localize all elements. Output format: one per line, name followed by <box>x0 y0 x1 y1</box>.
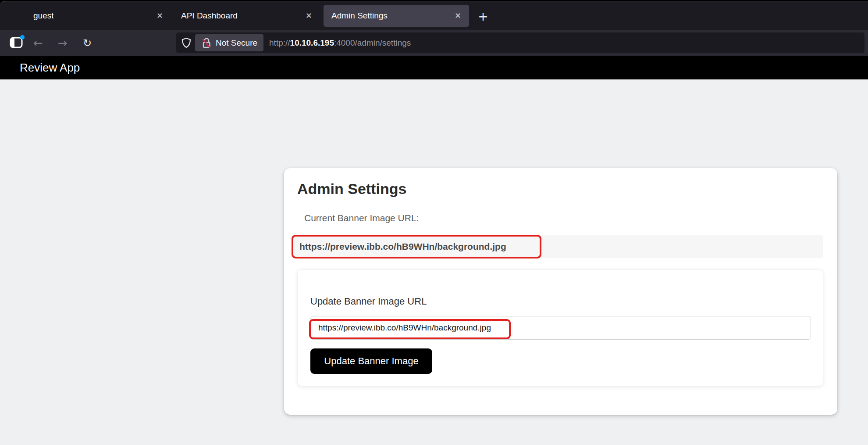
tab-guest[interactable]: guest ✕ <box>25 5 171 27</box>
back-button[interactable]: ← <box>28 30 48 56</box>
tab-admin-settings[interactable]: Admin Settings ✕ <box>324 5 469 27</box>
forward-button[interactable]: → <box>53 30 72 56</box>
insecure-lock-icon <box>201 37 212 49</box>
site-header: Review App <box>0 56 868 79</box>
tab-bar: guest ✕ API Dashboard ✕ Admin Settings ✕… <box>0 1 868 30</box>
current-banner-url-value: https://preview.ibb.co/hB9WHn/background… <box>292 241 506 252</box>
update-banner-button[interactable]: Update Banner Image <box>310 348 432 374</box>
banner-url-input[interactable] <box>310 316 811 340</box>
current-banner-url-display: https://preview.ibb.co/hB9WHn/background… <box>292 235 823 258</box>
address-bar[interactable]: Not Secure http://10.10.6.195:4000/admin… <box>176 32 864 53</box>
url-text: http://10.10.6.195:4000/admin/settings <box>269 38 411 48</box>
not-secure-chip[interactable]: Not Secure <box>195 34 263 51</box>
tab-close-icon[interactable]: ✕ <box>155 10 165 22</box>
shield-icon[interactable] <box>181 37 191 48</box>
page-content: Admin Settings Current Banner Image URL:… <box>0 79 868 445</box>
tab-title: Admin Settings <box>331 11 388 21</box>
firefox-view-button[interactable] <box>10 37 24 48</box>
site-title: Review App <box>20 56 80 79</box>
url-path: :4000/admin/settings <box>334 38 411 47</box>
tab-title: API Dashboard <box>181 11 238 21</box>
security-status-label: Not Secure <box>216 38 257 48</box>
url-host: 10.10.6.195 <box>290 38 334 47</box>
navigation-toolbar: ← → ↻ Not Secure http://10. <box>0 30 868 56</box>
tab-close-icon[interactable]: ✕ <box>304 10 314 22</box>
new-tab-button[interactable]: + <box>475 8 491 24</box>
notification-dot <box>20 35 25 39</box>
page-title: Admin Settings <box>297 180 406 197</box>
browser-window: guest ✕ API Dashboard ✕ Admin Settings ✕… <box>0 0 868 445</box>
tab-title: guest <box>33 11 53 21</box>
update-banner-form-card: Update Banner Image URL Update Banner Im… <box>297 269 823 386</box>
tab-close-icon[interactable]: ✕ <box>453 10 463 22</box>
url-scheme: http:// <box>269 38 290 47</box>
admin-settings-card: Admin Settings Current Banner Image URL:… <box>284 168 837 415</box>
reload-button[interactable]: ↻ <box>78 30 97 56</box>
current-banner-label: Current Banner Image URL: <box>304 213 419 223</box>
tab-api-dashboard[interactable]: API Dashboard ✕ <box>173 5 320 27</box>
update-banner-label: Update Banner Image URL <box>310 296 427 307</box>
